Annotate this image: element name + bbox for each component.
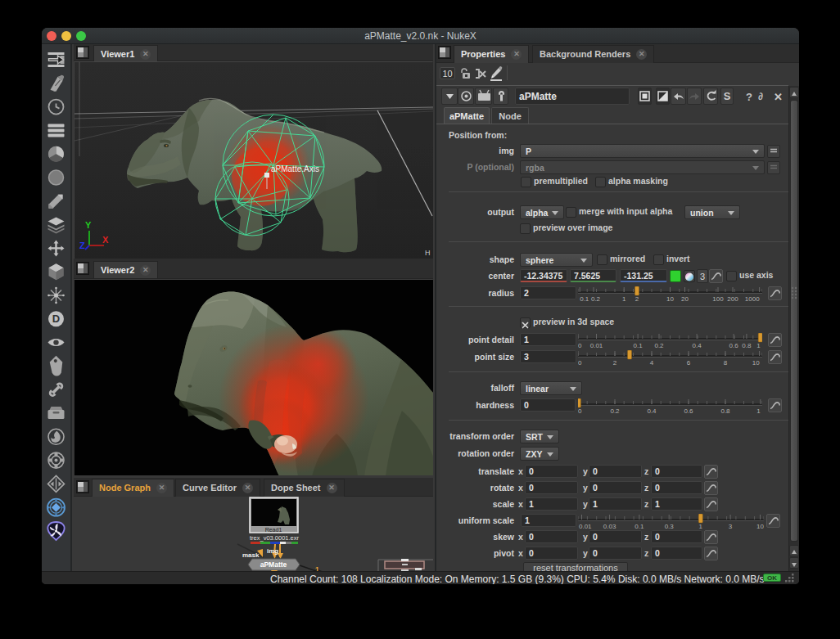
svg-text:0.1: 0.1 [634,342,644,349]
svg-text:0.6: 0.6 [729,342,739,349]
svg-text:1: 1 [756,407,761,415]
svg-text:2: 2 [613,359,617,367]
svg-text:0.01: 0.01 [579,523,592,530]
svg-text:200: 200 [727,295,738,303]
svg-text:4: 4 [650,359,654,367]
svg-text:1: 1 [699,523,703,530]
svg-text:100: 100 [712,295,724,303]
svg-text:1: 1 [756,342,761,349]
svg-text:H: H [425,249,431,257]
svg-text:mask: mask [242,551,260,559]
svg-text:Read1: Read1 [265,527,282,533]
svg-text:0.01: 0.01 [590,342,603,349]
svg-text:0.2: 0.2 [591,295,601,303]
svg-text:8: 8 [724,359,728,367]
svg-text:1: 1 [622,295,626,303]
svg-text:0.2: 0.2 [610,407,620,415]
svg-text:1: 1 [315,565,319,571]
svg-text:X: X [102,235,109,245]
svg-text:Z: Z [79,241,85,250]
svg-text:img: img [267,547,278,555]
svg-text:0.3: 0.3 [665,523,675,530]
svg-text:Y: Y [85,220,92,230]
svg-text:10: 10 [756,523,764,530]
svg-text:0.1: 0.1 [635,523,644,530]
svg-text:aPMatte.Axis: aPMatte.Axis [271,164,319,173]
svg-text:10: 10 [752,359,760,367]
svg-text:0.8: 0.8 [742,342,752,349]
svg-text:0.8: 0.8 [720,407,730,415]
svg-text:0.2: 0.2 [654,342,664,349]
svg-text:trex_v03.0001.exr: trex_v03.0001.exr [250,534,300,542]
svg-text:0.4: 0.4 [693,342,702,349]
svg-text:0.6: 0.6 [684,407,693,415]
svg-text:0: 0 [578,342,582,349]
svg-text:3: 3 [729,523,733,530]
svg-text:0.03: 0.03 [603,523,616,530]
svg-text:10: 10 [666,295,674,303]
svg-text:D: D [52,313,60,325]
svg-text:2: 2 [635,295,639,303]
svg-text:aPMatte: aPMatte [260,560,287,569]
svg-text:0.1: 0.1 [580,295,589,303]
svg-text:0: 0 [578,359,582,367]
svg-text:1000: 1000 [745,295,760,303]
svg-text:0.4: 0.4 [647,407,657,415]
svg-text:6: 6 [687,359,691,367]
svg-text:20: 20 [681,295,689,303]
svg-text:0: 0 [578,407,582,415]
